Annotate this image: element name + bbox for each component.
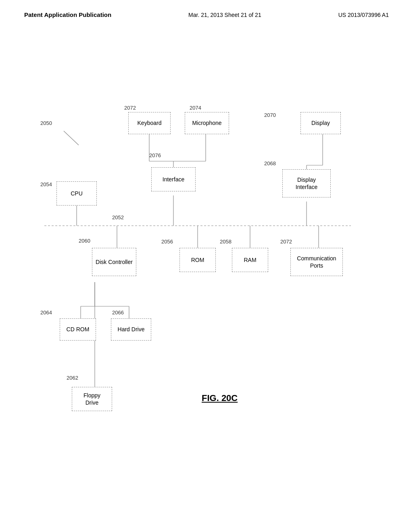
svg-line-23 [64,131,79,145]
box-ram: RAM [232,248,268,272]
box-microphone: Microphone [185,112,229,134]
box-keyboard: Keyboard [128,112,171,134]
ref-2056: 2056 [161,239,173,245]
diagram-area: 2050 2054 CPU 2072 Keyboard 2074 Microph… [0,52,413,496]
header-left: Patent Application Publication [24,11,111,18]
box-rom: ROM [179,248,216,272]
ref-2054: 2054 [40,181,52,187]
box-cpu: CPU [56,181,97,206]
ref-2058: 2058 [220,239,232,245]
ref-2066: 2066 [112,310,124,316]
header-right: US 2013/073996 A1 [338,12,389,18]
fig-label: FIG. 20C [202,393,238,403]
ref-2050: 2050 [40,120,52,126]
ref-2072a: 2072 [124,105,136,111]
box-disk-controller: Disk Controller [92,248,136,276]
ref-2060: 2060 [79,238,90,244]
header-center: Mar. 21, 2013 Sheet 21 of 21 [188,12,261,18]
ref-2064: 2064 [40,310,52,316]
ref-2068: 2068 [264,160,276,166]
box-display: Display [300,112,341,134]
ref-2062: 2062 [67,375,78,381]
box-hard-drive: Hard Drive [111,318,151,341]
ref-2070: 2070 [264,112,276,118]
ref-2076: 2076 [149,152,161,158]
box-communication-ports: Communication Ports [290,248,343,276]
box-cd-rom: CD ROM [60,318,96,341]
box-interface: Interface [151,167,196,191]
ref-2072b: 2072 [280,239,292,245]
box-floppy-drive: Floppy Drive [72,387,112,411]
ref-2052: 2052 [112,214,124,220]
ref-2074: 2074 [190,105,201,111]
box-display-interface: Display Interface [282,169,331,197]
